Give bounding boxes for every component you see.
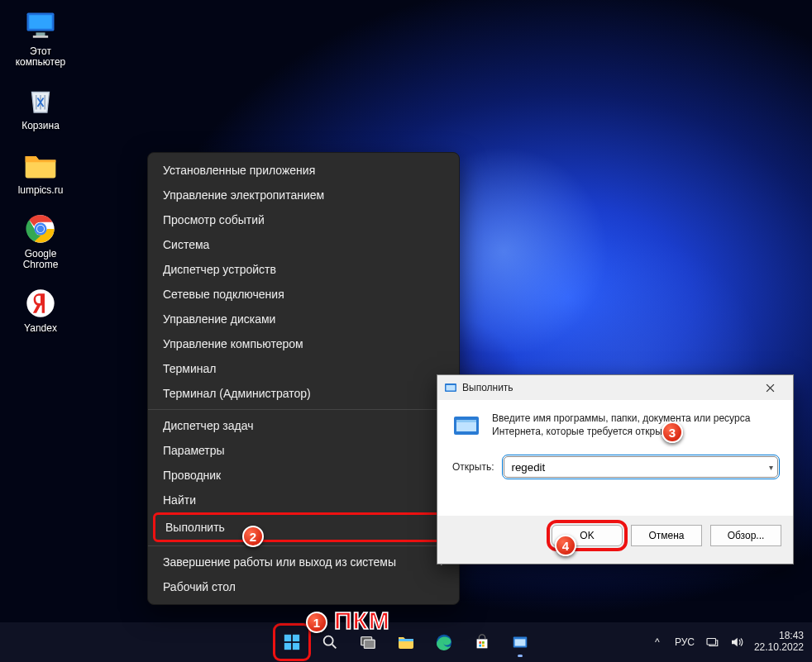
monitor-icon xyxy=(22,8,59,45)
icon-label: Google Chrome xyxy=(10,249,71,270)
network-icon[interactable] xyxy=(705,635,719,650)
run-icon xyxy=(511,633,529,651)
yandex-icon xyxy=(22,285,59,321)
svg-rect-17 xyxy=(293,643,299,650)
annotation-badge-2: 2 xyxy=(242,526,264,547)
svg-rect-2 xyxy=(36,32,45,36)
svg-rect-10 xyxy=(447,385,456,391)
menu-terminal-admin[interactable]: Терминал (Администратор) xyxy=(148,381,459,406)
svg-rect-25 xyxy=(479,645,481,647)
edge-button[interactable] xyxy=(427,626,461,659)
svg-rect-24 xyxy=(482,641,485,644)
cancel-button[interactable]: Отмена xyxy=(631,525,702,546)
tray-language[interactable]: РУС xyxy=(675,635,695,650)
tray-overflow-button[interactable]: ^ xyxy=(650,635,665,650)
menu-system[interactable]: Система xyxy=(148,232,459,257)
annotation-badge-3: 3 xyxy=(662,421,683,443)
annotation-badge-4: 4 xyxy=(555,535,576,556)
explorer-button[interactable] xyxy=(389,626,423,659)
desktop-icon-yandex[interactable]: Yandex xyxy=(10,285,71,334)
svg-rect-20 xyxy=(364,640,375,648)
volume-icon[interactable] xyxy=(729,635,744,650)
menu-run[interactable]: Выполнить xyxy=(153,512,454,542)
svg-rect-1 xyxy=(29,15,52,29)
edge-icon xyxy=(435,633,453,651)
menu-separator xyxy=(148,409,459,410)
taskbar: ^ РУС 18:43 22.10.2022 xyxy=(0,622,812,662)
menu-power-management[interactable]: Управление электропитанием xyxy=(148,183,459,207)
folder-icon xyxy=(22,147,59,183)
run-taskbar-button[interactable] xyxy=(504,626,537,659)
windows-icon xyxy=(283,633,301,651)
search-icon xyxy=(321,633,339,651)
start-button[interactable] xyxy=(275,626,308,659)
menu-settings[interactable]: Параметры xyxy=(148,438,459,463)
recycle-bin-icon xyxy=(22,83,59,119)
desktop-icon-recycle-bin[interactable]: Корзина xyxy=(10,83,71,131)
annotation-pkm-label: ПКМ xyxy=(334,607,390,635)
svg-point-18 xyxy=(324,636,333,645)
menu-computer-management[interactable]: Управление компьютером xyxy=(148,331,459,356)
icon-label: Корзина xyxy=(21,121,60,131)
run-dialog: Выполнить Введите имя программы, папки, … xyxy=(437,374,794,564)
icon-label: Yandex xyxy=(24,323,57,334)
run-title: Выполнить xyxy=(462,382,513,393)
svg-rect-26 xyxy=(482,645,485,647)
desktop-icon-chrome[interactable]: Google Chrome xyxy=(10,211,71,270)
menu-search[interactable]: Найти xyxy=(148,488,459,512)
winx-context-menu: Установленные приложения Управление элек… xyxy=(147,152,460,605)
close-button[interactable] xyxy=(753,378,786,398)
annotation-badge-1: 1 xyxy=(306,612,327,633)
chrome-icon xyxy=(22,211,59,247)
icon-label: lumpics.ru xyxy=(18,185,64,196)
menu-device-manager[interactable]: Диспетчер устройств xyxy=(148,257,459,282)
svg-rect-16 xyxy=(284,643,291,650)
menu-event-viewer[interactable]: Просмотр событий xyxy=(148,207,459,232)
menu-explorer[interactable]: Проводник xyxy=(148,463,459,488)
run-app-icon xyxy=(452,412,480,440)
store-icon xyxy=(473,633,491,651)
svg-rect-14 xyxy=(284,635,291,641)
menu-network-connections[interactable]: Сетевые подключения xyxy=(148,282,459,307)
store-button[interactable] xyxy=(466,626,499,659)
menu-desktop[interactable]: Рабочий стол xyxy=(148,574,459,599)
task-view-icon xyxy=(359,633,377,651)
menu-shutdown-signout[interactable]: Завершение работы или выход из системы xyxy=(148,550,459,574)
svg-point-7 xyxy=(37,226,44,232)
desktop-icons: Этот компьютер Корзина lumpics.ru Google… xyxy=(10,8,71,334)
svg-rect-15 xyxy=(293,635,299,641)
run-titlebar[interactable]: Выполнить xyxy=(437,375,793,400)
icon-label: Этот компьютер xyxy=(10,46,71,68)
run-input[interactable] xyxy=(504,456,778,478)
svg-rect-21 xyxy=(399,639,413,641)
tray-time: 18:43 xyxy=(754,631,804,642)
svg-rect-3 xyxy=(33,36,48,38)
tray-clock[interactable]: 18:43 22.10.2022 xyxy=(754,631,804,654)
system-tray: ^ РУС 18:43 22.10.2022 xyxy=(650,631,804,654)
menu-disk-management[interactable]: Управление дисками xyxy=(148,307,459,331)
desktop-icon-this-pc[interactable]: Этот компьютер xyxy=(10,8,71,68)
svg-rect-13 xyxy=(456,420,476,422)
svg-rect-29 xyxy=(707,639,716,645)
tray-date: 22.10.2022 xyxy=(754,642,804,654)
folder-icon xyxy=(396,632,416,652)
menu-terminal[interactable]: Терминал xyxy=(148,356,459,381)
menu-separator xyxy=(148,545,459,546)
svg-rect-23 xyxy=(479,641,481,644)
browse-button[interactable]: Обзор... xyxy=(710,525,781,546)
run-titlebar-icon xyxy=(444,381,457,394)
svg-rect-28 xyxy=(515,639,526,645)
menu-task-manager[interactable]: Диспетчер задач xyxy=(148,413,459,438)
run-open-label: Открыть: xyxy=(452,461,494,473)
run-description: Введите имя программы, папки, документа … xyxy=(492,412,778,440)
desktop: Этот компьютер Корзина lumpics.ru Google… xyxy=(0,0,812,662)
desktop-icon-folder[interactable]: lumpics.ru xyxy=(10,147,71,196)
chevron-down-icon[interactable]: ▾ xyxy=(769,463,773,472)
menu-installed-apps[interactable]: Установленные приложения xyxy=(148,158,459,183)
close-icon xyxy=(766,383,775,393)
